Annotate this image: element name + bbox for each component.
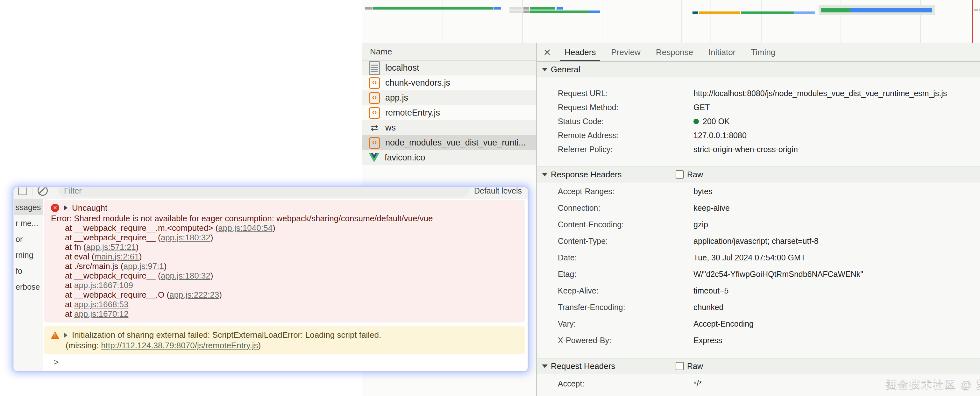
raw-toggle[interactable]: Raw (676, 362, 703, 371)
header-row: Referrer Policy: strict-origin-when-cros… (558, 142, 980, 156)
waterfall-bar (523, 7, 529, 10)
header-row: Request URL: http://localhost:8080/js/no… (558, 86, 980, 100)
websocket-icon (369, 122, 380, 133)
stack-line: at fn (app.js:571:21) (51, 242, 520, 252)
header-row: Keep-Alive:timeout=5 (558, 282, 980, 299)
source-link[interactable]: app.js:222:23 (169, 290, 219, 299)
raw-checkbox[interactable] (676, 362, 684, 370)
sidebar-item-all-messages[interactable]: ssages (14, 199, 43, 215)
header-row: Accept-Ranges:bytes (558, 183, 980, 200)
waterfall-bar (509, 11, 522, 13)
filter-placeholder: Filter (64, 188, 82, 196)
general-section-body: Request URL: http://localhost:8080/js/no… (537, 77, 980, 167)
waterfall-bars (362, 0, 980, 43)
header-row: Etag:W/"d2c54-YfiwpGoiHQtRmSndb6NAFCaWEN… (558, 266, 980, 282)
console-error-message: Uncaught Error: Shared module is not ava… (44, 200, 525, 323)
header-row: Content-Encoding:gzip (558, 216, 980, 233)
text-cursor (64, 358, 64, 367)
tab-preview[interactable]: Preview (606, 43, 645, 61)
tab-initiator[interactable]: Initiator (703, 43, 741, 61)
sidebar-item-info[interactable]: fo (14, 263, 43, 279)
request-row-localhost[interactable]: localhost (362, 60, 536, 75)
waterfall-bar (523, 11, 529, 13)
stack-line: at __webpack_require__.m.<computed> (app… (51, 223, 520, 233)
raw-checkbox[interactable] (676, 170, 684, 178)
waterfall-bar (509, 7, 522, 10)
chevron-down-icon (542, 68, 547, 71)
stack-line: at app.js:1670:12 (51, 309, 520, 319)
clear-console-icon[interactable] (38, 188, 48, 196)
stack-line: at __webpack_require__.O (app.js:222:23) (51, 290, 520, 299)
section-general[interactable]: General (537, 62, 980, 77)
stack-line: at __webpack_require__ (app.js:180:32) (51, 271, 520, 280)
source-link[interactable]: main.js:2:61 (95, 252, 139, 261)
source-link[interactable]: app.js:571:21 (86, 242, 136, 252)
waterfall-bar (821, 8, 850, 13)
request-name: node_modules_vue_dist_vue_runti... (385, 138, 526, 148)
sidebar-item-verbose[interactable]: erbose (14, 279, 43, 295)
console-prompt[interactable]: > (44, 357, 525, 368)
waterfall-bar (794, 11, 815, 14)
request-row-remote-entry[interactable]: remoteEntry.js (362, 105, 536, 120)
tab-timing[interactable]: Timing (746, 43, 780, 61)
waterfall-bar (692, 11, 698, 14)
request-row-node-modules-vue-selected[interactable]: node_modules_vue_dist_vue_runti... (362, 135, 536, 150)
warning-icon (51, 331, 59, 339)
sidebar-item-errors[interactable]: or (14, 231, 43, 247)
tab-headers[interactable]: Headers (559, 43, 601, 61)
header-row: X-Powered-By:Express (558, 332, 980, 348)
waterfall-bar (974, 9, 978, 11)
status-code-value: 200 OK (703, 117, 730, 126)
script-icon (369, 137, 380, 149)
vue-icon (369, 153, 380, 163)
waterfall-bar (699, 11, 740, 14)
request-row-app-js[interactable]: app.js (362, 91, 536, 105)
section-title: General (551, 65, 581, 75)
log-levels-dropdown[interactable]: Default levels (474, 188, 522, 196)
sidebar-item-warnings[interactable]: rning (14, 247, 43, 263)
section-request-headers[interactable]: Request Headers Raw (537, 358, 980, 374)
tab-response[interactable]: Response (651, 43, 698, 61)
network-name-column-header[interactable]: Name (362, 43, 536, 60)
source-link[interactable]: app.js:180:32 (161, 271, 210, 280)
waterfall-bar (850, 8, 932, 13)
source-link[interactable]: app.js:1668:53 (74, 299, 129, 309)
console-filter-input[interactable]: Filter (58, 188, 469, 197)
script-icon (369, 77, 380, 89)
response-headers-body: Accept-Ranges:bytes Connection:keep-aliv… (537, 182, 980, 358)
console-sidebar: ssages r me... or rning fo erbose (14, 199, 43, 371)
watermark-text: 掘金技术社区 @ 萝卜儿白菜 (886, 377, 980, 391)
request-row-favicon[interactable]: favicon.ico (362, 150, 536, 165)
warning-missing-line: (missing: http://112.124.38.79:8070/js/r… (65, 340, 520, 351)
source-link[interactable]: app.js:1040:54 (218, 223, 272, 233)
expand-arrow-icon[interactable] (64, 332, 67, 338)
toolbar-divider (53, 188, 53, 196)
request-name: app.js (385, 93, 408, 103)
request-row-chunk-vendors[interactable]: chunk-vendors.js (362, 75, 536, 91)
source-link[interactable]: app.js:180:32 (161, 233, 210, 242)
source-link[interactable]: app.js:1670:12 (74, 309, 129, 319)
header-row: Connection:keep-alive (558, 200, 980, 216)
source-link[interactable]: app.js:97:1 (123, 261, 164, 271)
raw-toggle[interactable]: Raw (676, 170, 703, 179)
header-row: Status Code: 200 OK (558, 114, 980, 128)
request-row-ws[interactable]: ws (362, 120, 536, 135)
source-link[interactable]: app.js:1667:109 (74, 280, 133, 290)
request-details-pane: ✕ Headers Preview Response Initiator Tim… (536, 43, 980, 396)
close-icon[interactable]: ✕ (543, 47, 551, 58)
error-label: Uncaught (72, 203, 107, 213)
chevron-down-icon (542, 364, 547, 368)
header-row: Vary:Accept-Encoding (558, 315, 980, 332)
sidebar-item-user-messages[interactable]: r me... (14, 215, 43, 231)
script-icon (369, 92, 380, 104)
script-icon (369, 107, 380, 119)
stack-line: at __webpack_require__ (app.js:180:32) (51, 233, 520, 242)
missing-url-link[interactable]: http://112.124.38.79:8070/js/remoteEntry… (101, 340, 258, 350)
console-overlay-window: Filter Default levels ssages r me... or … (13, 187, 528, 371)
section-response-headers[interactable]: Response Headers Raw (537, 167, 980, 182)
raw-label: Raw (687, 170, 703, 179)
expand-arrow-icon[interactable] (64, 205, 67, 211)
panel-toggle-icon[interactable] (18, 188, 27, 195)
details-tab-bar: ✕ Headers Preview Response Initiator Tim… (537, 43, 980, 62)
header-row: Content-Type:application/javascript; cha… (558, 233, 980, 249)
